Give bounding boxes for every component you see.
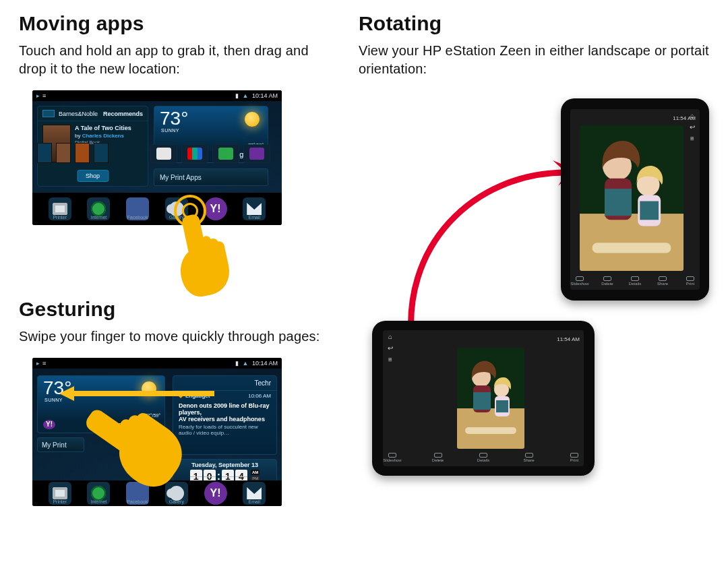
shelf-book — [56, 143, 71, 163]
print-app-tile[interactable] — [212, 144, 239, 163]
clock-text: 10:14 AM — [252, 360, 278, 367]
figure-rotating: 11:54 AM ⌂ ↩ ≡ Slideshow Delete Details … — [359, 98, 709, 476]
book-author: by Charles Dickens — [75, 133, 131, 139]
shelf-book — [75, 143, 90, 163]
section-body-gesturing: Swipe your finger to move quickly throug… — [19, 327, 332, 346]
statusbar: ▸≡ ▮ ▲ 10:14 AM — [32, 90, 282, 101]
action-print[interactable]: Print — [569, 453, 580, 462]
bn-logo-icon — [42, 110, 55, 117]
action-details[interactable]: Details — [630, 276, 640, 286]
book-title: A Tale of Two Cities — [75, 125, 131, 131]
shop-button[interactable]: Shop — [77, 170, 109, 182]
weather-temp: 73° — [160, 108, 188, 129]
print-app-tile[interactable] — [150, 144, 177, 163]
tablet-home-moving: ▸≡ ▮ ▲ 10:14 AM Barnes&Noble Recommends — [32, 90, 282, 225]
dock-printer-icon[interactable]: Printer — [49, 482, 71, 505]
section-title-moving: Moving apps — [19, 12, 332, 35]
shelf-book — [37, 143, 52, 163]
back-icon[interactable]: ↩ — [690, 123, 695, 131]
dock-email-icon[interactable]: Email — [243, 197, 266, 220]
dock-yahoo-icon[interactable]: Y! — [204, 482, 227, 505]
statusbar: ▸≡ ▮ ▲ 10:14 AM — [32, 358, 282, 369]
battery-icon: ▮ — [235, 92, 239, 99]
section-title-gesturing: Gesturing — [19, 298, 332, 321]
feed-time: 10:06 AM — [248, 393, 271, 399]
clock-text: 10:14 AM — [252, 92, 278, 99]
home-wallpaper: Barnes&Noble Recommends A Tale of Two Ci… — [32, 101, 282, 193]
section-body-rotating: View your HP eStation Zeen in either lan… — [359, 42, 709, 78]
section-body-moving: Touch and hold an app to grab it, then d… — [19, 42, 332, 78]
bottom-actions: Slideshow Delete Details Share Print — [574, 275, 696, 287]
stack-icon: ≡ — [42, 92, 46, 99]
dock-internet-icon[interactable]: Internet — [87, 197, 110, 220]
feed-source: Techr — [255, 379, 271, 387]
dock-facebook-icon[interactable]: Facebook — [126, 197, 149, 220]
bn-recommends-label: Recommends — [103, 111, 143, 117]
weather-cond: SUNNY — [161, 128, 179, 133]
stack-icon: ≡ — [42, 360, 46, 367]
wifi-icon: ▲ — [243, 92, 249, 99]
figure-moving-apps: ▸≡ ▮ ▲ 10:14 AM Barnes&Noble Recommends — [32, 90, 282, 279]
menu-icon[interactable]: ≡ — [690, 135, 694, 142]
action-slideshow[interactable]: Slideshow — [574, 276, 585, 286]
dock-email-icon[interactable]: Email — [243, 482, 266, 505]
sun-icon — [245, 112, 260, 127]
dock-internet-icon[interactable]: Internet — [87, 482, 110, 505]
figure-gesturing: ▸≡ ▮ ▲ 10:14 AM 73° SUNNY 77°/59° San Di… — [32, 358, 282, 520]
device-screen: 11:54 AM ⌂ ↩ ≡ Slideshow Delete Details … — [570, 109, 700, 290]
content-shelf — [37, 139, 277, 163]
device-sidebar: ⌂ ↩ ≡ — [688, 112, 697, 287]
menu-icon[interactable]: ≡ — [388, 356, 392, 363]
play-icon: ▸ — [36, 92, 40, 99]
back-icon[interactable]: ↩ — [388, 344, 393, 352]
wifi-icon: ▲ — [243, 360, 249, 367]
yahoo-badge-icon: Y! — [43, 420, 55, 429]
my-print-apps-header: My Print Apps — [154, 168, 268, 186]
device-sidebar: ⌂ ↩ ≡ — [386, 333, 395, 464]
print-app-tile[interactable] — [243, 144, 270, 163]
device-screen: ⌂ ↩ ≡ 11:54 AM Slideshow Delete Details … — [383, 330, 584, 466]
action-delete[interactable]: Delete — [433, 453, 444, 462]
feed-headline-2: AV receivers and headphones — [173, 416, 276, 424]
bn-brand: Barnes&Noble — [59, 111, 98, 117]
action-share[interactable]: Share — [657, 276, 668, 286]
topbar: 11:54 AM — [574, 112, 696, 124]
photo — [580, 125, 684, 271]
app-dock: Printer Internet Facebook Gallery Y! Ema… — [32, 193, 282, 225]
action-share[interactable]: Share — [524, 453, 535, 462]
device-portrait: 11:54 AM ⌂ ↩ ≡ Slideshow Delete Details … — [561, 98, 709, 301]
home-icon[interactable]: ⌂ — [690, 112, 694, 119]
action-print[interactable]: Print — [685, 276, 696, 286]
section-title-rotating: Rotating — [359, 12, 709, 35]
bottom-actions: Slideshow Delete Details Share Print — [387, 451, 580, 464]
feed-headline: Denon outs 2009 line of Blu-ray players, — [173, 401, 276, 416]
battery-icon: ▮ — [235, 360, 239, 367]
device-landscape: ⌂ ↩ ≡ 11:54 AM Slideshow Delete Details … — [372, 321, 595, 476]
ampm-am: AM — [251, 470, 260, 475]
topbar: 11:54 AM — [387, 333, 580, 345]
shelf-book — [94, 143, 109, 163]
play-icon: ▸ — [36, 360, 40, 367]
dock-printer-icon[interactable]: Printer — [49, 197, 71, 220]
photo — [457, 348, 524, 449]
print-app-tile[interactable] — [181, 144, 208, 163]
action-delete[interactable]: Delete — [602, 276, 613, 286]
clock-text: 11:54 AM — [557, 336, 580, 342]
action-slideshow[interactable]: Slideshow — [387, 453, 398, 462]
action-details[interactable]: Details — [478, 453, 489, 462]
